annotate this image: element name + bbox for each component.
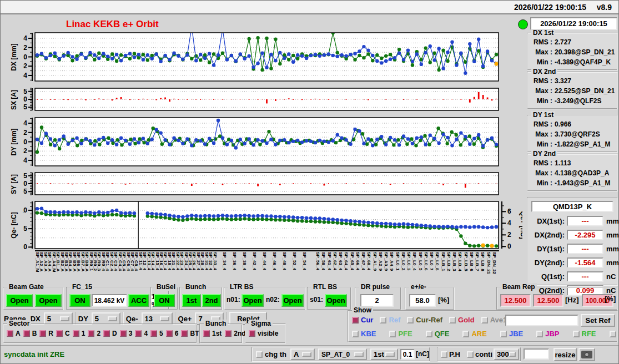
bpm-name-label: SP_L0_7 [429, 252, 434, 270]
checkbox[interactable] [39, 330, 46, 337]
checkbox-item-r[interactable]: R [39, 330, 53, 337]
bpm-name-label: SP_15_4 [155, 252, 160, 270]
checkbox-item-gold[interactable]: Gold [449, 316, 475, 324]
checkbox[interactable] [389, 331, 396, 337]
sy-steering-plot[interactable]: 50-5 [23, 171, 522, 198]
checkbox[interactable] [449, 317, 456, 323]
dy-orbit-plot[interactable]: 420-2-4 [23, 117, 522, 169]
checkbox-item-2[interactable]: 2 [88, 330, 100, 337]
checkbox[interactable] [225, 330, 232, 337]
charge-plot[interactable]: 10506420Qe+ [nC] [23, 200, 522, 251]
checkbox-item-1st[interactable]: 1st [203, 330, 222, 337]
checkbox[interactable] [249, 330, 255, 337]
checkbox-item-1[interactable]: 1 [73, 330, 85, 337]
checkbox-item-2nd[interactable]: 2nd [225, 330, 245, 337]
resize-button[interactable]: resize [553, 348, 577, 361]
checkbox-item-bt[interactable]: BT [181, 330, 199, 337]
bunch-2nd-button[interactable]: 2nd [202, 294, 221, 307]
e-ratio-field[interactable]: 58.0 [409, 294, 436, 307]
checkbox-item-rfe[interactable]: RFE [573, 330, 596, 338]
checkbox[interactable] [166, 330, 173, 337]
bpm-name-label: SP_68_4 [366, 252, 371, 270]
checkbox[interactable] [536, 331, 543, 337]
checkbox-item-ref[interactable]: Ref [380, 316, 400, 324]
monitor-name-field[interactable]: QMD13P_K [531, 201, 613, 212]
dr-pulse-field[interactable]: 2 [360, 294, 394, 307]
beam-gate-button-1[interactable]: Open [6, 294, 33, 307]
checkbox-item-sfe[interactable]: SFE [610, 330, 619, 338]
sx-steering-plot[interactable]: 50-5 [23, 87, 522, 114]
dx2-stats-box: DX 2nd RMS :3.327 Max :22.525@SP_DN_21 M… [527, 72, 618, 109]
checkbox[interactable] [610, 331, 616, 337]
checkbox[interactable] [56, 330, 63, 337]
checkbox-item-d[interactable]: D [103, 330, 117, 337]
checkbox[interactable] [407, 317, 414, 323]
checkbox-item-cur-ref[interactable]: Cur-Ref [407, 316, 442, 324]
checkbox-item-visible[interactable]: visible [249, 330, 278, 337]
bunch-1st-button[interactable]: 1st [182, 294, 201, 307]
checkbox[interactable] [352, 317, 359, 323]
threshold-field[interactable]: 0.1 [400, 349, 415, 360]
checkbox[interactable] [135, 330, 142, 337]
checkbox-item-jbe[interactable]: JBE [500, 330, 523, 338]
checkbox[interactable] [203, 330, 210, 337]
checkbox[interactable] [88, 330, 94, 337]
checkbox-item-4[interactable]: 4 [135, 330, 148, 337]
range-qep-label: Qe+ [178, 315, 192, 323]
checkbox-item-5[interactable]: 5 [150, 330, 163, 337]
checkbox-item-c[interactable]: C [56, 330, 70, 337]
checkbox[interactable] [352, 331, 359, 337]
checkbox-item-3[interactable]: 3 [120, 330, 133, 337]
count-input[interactable] [524, 348, 549, 360]
set-ref-button[interactable]: Set Ref [581, 314, 615, 327]
ltr-n01-button[interactable]: Open [241, 294, 264, 307]
chg-th-checkbox[interactable] [256, 351, 263, 358]
checkbox-item-b[interactable]: B [23, 330, 37, 337]
conti-checkbox[interactable] [467, 351, 474, 358]
rtl-s01-button[interactable]: Open [325, 294, 347, 307]
ref-name-input[interactable] [505, 315, 578, 326]
checkbox[interactable] [380, 317, 386, 323]
checkbox[interactable] [150, 330, 157, 337]
checkbox[interactable] [573, 331, 580, 337]
bpm-name-label: SP_C2_4 [109, 252, 114, 271]
checkbox-item-cur[interactable]: Cur [352, 316, 373, 324]
checkbox-item-kbe[interactable]: KBE [352, 330, 376, 338]
dx-orbit-plot[interactable]: 420-2-4 [23, 32, 522, 84]
sp-select-dropdown[interactable]: SP_AT_0 [318, 348, 367, 360]
checkbox-item-qfe[interactable]: QFE [426, 330, 450, 338]
busel-on-button[interactable]: ON [154, 294, 175, 307]
th-bunch-dropdown[interactable]: 1st [370, 348, 398, 360]
checkbox[interactable] [500, 331, 507, 337]
monitor-row-value: -2.295 [567, 230, 603, 240]
checkbox[interactable] [462, 331, 469, 337]
th-sector-dropdown[interactable]: A [290, 348, 315, 360]
ph-checkbox[interactable] [441, 351, 447, 358]
checkbox[interactable] [23, 330, 30, 337]
fc15-kv-field[interactable]: 18.462 kV [92, 294, 127, 307]
checkbox[interactable] [7, 330, 13, 337]
checkbox[interactable] [181, 330, 188, 337]
beam-gate-button-2[interactable]: Open [35, 294, 62, 307]
rtl-s01-label: s01: [310, 296, 323, 304]
ltr-n02-button[interactable]: Open [281, 294, 304, 307]
checkbox[interactable] [103, 330, 110, 337]
checkbox[interactable] [120, 330, 127, 337]
checkbox-item-are[interactable]: ARE [462, 330, 486, 338]
bpm-name-label: SP_L0_5 [418, 252, 423, 270]
checkbox-item-6[interactable]: 6 [166, 330, 179, 337]
checkbox-item-a[interactable]: A [7, 330, 21, 337]
count-dropdown[interactable]: 300 [494, 348, 519, 360]
monitor-row-label: DY(2nd): [529, 259, 565, 267]
checkbox-label: BT [190, 330, 199, 337]
checkbox-item-pfe[interactable]: PFE [389, 330, 412, 338]
checkbox[interactable] [426, 331, 432, 337]
bpm-name-label: SP_21_4 [171, 252, 176, 270]
bpm-name-label: SP_LB_4 [457, 252, 462, 271]
fc15-acc-button[interactable]: ACC [128, 294, 149, 307]
checkbox[interactable] [73, 330, 79, 337]
fc15-on-button[interactable]: ON [69, 294, 90, 307]
checkbox[interactable] [481, 317, 488, 323]
screenshot-button[interactable] [578, 348, 595, 361]
checkbox-item-jbp[interactable]: JBP [536, 330, 559, 338]
